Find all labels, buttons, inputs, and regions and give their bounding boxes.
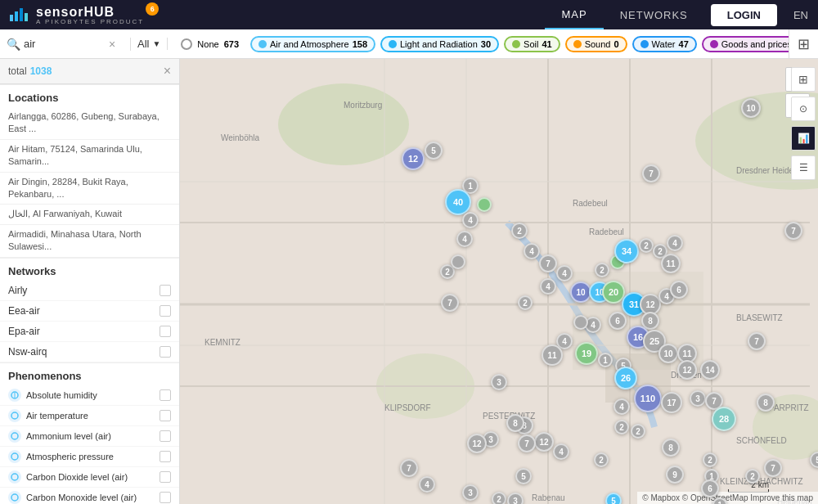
cluster-marker[interactable]: 2 <box>639 238 654 253</box>
cluster-marker[interactable]: 2 <box>595 263 609 277</box>
cluster-marker[interactable]: 3 <box>491 374 507 390</box>
ph-ammonium-checkbox[interactable] <box>160 430 171 442</box>
stats-button[interactable]: 📊 <box>791 126 816 151</box>
search-clear-button[interactable]: × <box>109 38 115 51</box>
cluster-marker[interactable]: 2 <box>703 452 717 467</box>
cluster-marker[interactable]: 2 <box>518 295 533 310</box>
list-item[interactable]: Air Hitam, 75124, Samarinda Ulu, Samarin… <box>0 140 179 173</box>
cluster-marker[interactable]: 26 <box>614 367 637 389</box>
network-epa-air-checkbox[interactable] <box>160 326 171 337</box>
cluster-marker[interactable]: 4 <box>524 243 540 259</box>
list-item[interactable]: الخال, Al Farwaniyah, Kuwait <box>0 205 179 224</box>
cluster-marker[interactable]: 2 <box>745 469 760 484</box>
cluster-marker[interactable] <box>477 197 492 212</box>
cluster-marker[interactable]: 2 <box>492 492 506 504</box>
nav-networks[interactable]: NETWORKS <box>604 0 704 29</box>
type-select[interactable]: All ▼ <box>131 38 168 50</box>
cluster-marker[interactable]: 1 <box>712 497 727 504</box>
network-airly-checkbox[interactable] <box>160 285 171 296</box>
cluster-marker[interactable]: 5 <box>515 468 532 484</box>
cluster-marker[interactable]: 8 <box>757 394 775 412</box>
ph-co2-checkbox[interactable] <box>160 471 171 483</box>
cluster-marker[interactable] <box>451 254 465 269</box>
cluster-marker[interactable]: 4 <box>667 235 683 251</box>
cluster-marker[interactable]: 5 <box>605 493 622 504</box>
layers-panel-button[interactable]: ⊞ <box>791 67 816 92</box>
list-item[interactable]: Airlangga, 60286, Gubeng, Surabaya, East… <box>0 107 179 140</box>
cluster-marker[interactable]: 3 <box>462 484 479 501</box>
cluster-marker[interactable]: 2 <box>594 452 609 467</box>
cluster-marker[interactable]: 7 <box>400 459 418 477</box>
search-input[interactable] <box>24 38 106 50</box>
cluster-marker[interactable]: 8 <box>662 439 680 457</box>
cluster-marker[interactable]: 12 <box>534 432 554 452</box>
cluster-marker[interactable]: 9 <box>666 466 684 484</box>
cluster-marker[interactable]: 5 <box>425 142 443 160</box>
ph-co-checkbox[interactable] <box>160 492 171 503</box>
cluster-marker[interactable]: 110 <box>634 385 662 412</box>
right-panel: ⊞ ⊙ 📊 ☰ <box>789 59 818 504</box>
cluster-marker[interactable]: 4 <box>456 231 473 247</box>
ph-absolute-humidity-checkbox[interactable] <box>160 389 171 401</box>
cluster-marker[interactable]: 7 <box>441 294 459 312</box>
total-label: total <box>8 65 27 77</box>
sidebar-close-button[interactable]: × <box>164 64 171 79</box>
cluster-marker[interactable]: 10 <box>741 98 761 118</box>
filter-tag-light[interactable]: Light and Radiation 30 <box>380 36 499 52</box>
none-tag[interactable]: None 673 <box>174 35 245 53</box>
cluster-marker[interactable]: 4 <box>614 398 630 415</box>
ph-air-temperature-checkbox[interactable] <box>160 410 171 421</box>
ph-atmospheric-checkbox[interactable] <box>160 451 171 462</box>
cluster-marker[interactable]: 7 <box>539 254 557 272</box>
nav-lang[interactable]: EN <box>784 9 818 21</box>
cluster-marker[interactable]: 28 <box>712 407 736 431</box>
layers-button[interactable]: ⊞ <box>789 29 818 58</box>
filter-tag-soil[interactable]: Soil 41 <box>504 36 560 52</box>
cluster-marker[interactable]: 40 <box>445 189 471 215</box>
nav-map[interactable]: MAP <box>545 0 603 29</box>
map-area[interactable]: Weinböhla Moritzburg Dresdner Heide Rabe… <box>180 59 818 504</box>
cluster-marker[interactable]: 6 <box>701 479 719 497</box>
cluster-marker[interactable]: 7 <box>518 434 536 452</box>
cluster-marker[interactable]: 12 <box>677 360 697 380</box>
cluster-marker[interactable]: 10 <box>658 344 678 363</box>
cluster-marker[interactable]: 17 <box>661 392 682 413</box>
cluster-marker[interactable]: 4 <box>556 265 573 281</box>
cluster-marker[interactable]: 3 <box>690 390 706 407</box>
compass-button[interactable]: ⊙ <box>791 97 816 121</box>
cluster-marker[interactable]: 12 <box>467 434 487 453</box>
cluster-marker[interactable]: 4 <box>553 443 569 460</box>
cluster-marker[interactable]: 1 <box>598 353 613 367</box>
cluster-marker[interactable]: 2 <box>614 420 629 434</box>
cluster-marker[interactable]: 8 <box>506 414 524 432</box>
filter-tag-goods[interactable]: Goods and prices 89 <box>702 36 789 52</box>
cluster-marker[interactable]: 11 <box>661 254 681 273</box>
cluster-marker[interactable]: 2 <box>511 223 528 239</box>
cluster-marker[interactable]: 6 <box>609 312 627 330</box>
cluster-marker[interactable]: 4 <box>419 476 435 493</box>
cluster-marker[interactable]: 7 <box>748 332 766 350</box>
cluster-marker[interactable]: 6 <box>670 281 688 299</box>
cluster-marker[interactable]: 7 <box>764 459 782 477</box>
filter-tag-air[interactable]: Air and Atmosphere 158 <box>250 36 375 52</box>
svg-point-4 <box>11 453 18 460</box>
cluster-marker[interactable]: 4 <box>540 278 556 295</box>
network-eea-air-checkbox[interactable] <box>160 305 171 317</box>
cluster-marker[interactable]: 4 <box>462 212 479 228</box>
list-item[interactable]: Airmadidi, Minahasa Utara, North Sulawes… <box>0 225 179 258</box>
cluster-marker[interactable]: 3 <box>507 493 524 504</box>
list-button[interactable]: ☰ <box>791 155 816 180</box>
cluster-marker[interactable] <box>573 315 588 330</box>
cluster-marker[interactable]: 12 <box>402 147 425 170</box>
cluster-marker[interactable]: 34 <box>614 239 639 263</box>
filter-tag-water[interactable]: Water 47 <box>632 36 697 52</box>
cluster-marker[interactable]: 2 <box>631 424 645 439</box>
filter-tag-sound[interactable]: Sound 0 <box>565 36 627 52</box>
cluster-marker[interactable]: 19 <box>575 342 598 365</box>
cluster-marker[interactable]: 14 <box>700 360 720 380</box>
cluster-marker[interactable]: 7 <box>642 164 660 182</box>
list-item[interactable]: Air Dingin, 28284, Bukit Raya, Pekanbaru… <box>0 173 179 205</box>
nav-login-button[interactable]: LOGIN <box>711 4 777 26</box>
network-nsw-airq-checkbox[interactable] <box>160 346 171 358</box>
cluster-marker[interactable]: 11 <box>542 344 563 366</box>
